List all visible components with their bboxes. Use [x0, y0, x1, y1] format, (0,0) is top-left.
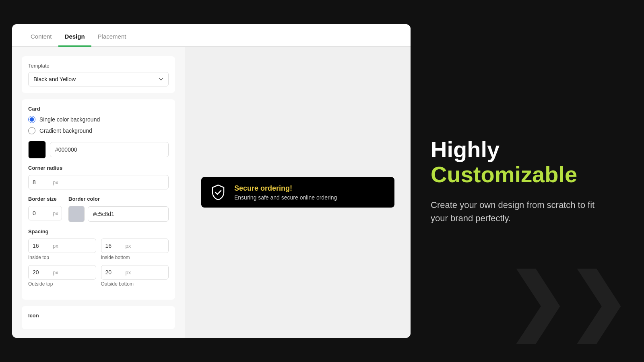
panel-content: Template Black and Yellow Blue and White…	[12, 47, 411, 338]
inside-bottom-item: px Inside bottom	[101, 239, 169, 260]
inside-bottom-label: Inside bottom	[101, 255, 169, 260]
spacing-grid: px Inside top px Inside bottom	[28, 239, 169, 287]
outside-top-input[interactable]	[29, 265, 53, 279]
right-body-text: Create your own design from scratch to f…	[431, 198, 600, 225]
tabs-bar: Content Design Placement	[12, 24, 411, 47]
radio-single-label: Single color background	[39, 116, 100, 123]
bg-color-row	[28, 141, 169, 158]
border-color-label: Border color	[68, 196, 169, 202]
heading-green: Customizable	[431, 162, 624, 187]
main-panel: Content Design Placement Template Black …	[12, 24, 411, 338]
radio-gradient[interactable]: Gradient background	[28, 127, 169, 134]
bg-color-input[interactable]	[50, 142, 169, 157]
right-heading: Highly Customizable	[431, 137, 624, 187]
radio-gradient-label: Gradient background	[39, 128, 92, 134]
spacing-section: Spacing px Inside top px	[28, 228, 169, 287]
right-panel: Highly Customizable Create your own desi…	[411, 0, 644, 362]
border-color-swatch[interactable]	[68, 206, 85, 222]
trust-badge: Secure ordering! Ensuring safe and secur…	[201, 177, 394, 208]
card-section-label: Card	[28, 106, 169, 112]
heading-white: Highly	[431, 137, 624, 162]
border-size-input-group: px	[28, 206, 62, 220]
outside-top-item: px Outside top	[28, 265, 96, 287]
controls-sidebar: Template Black and Yellow Blue and White…	[12, 47, 185, 338]
card-section: Card Single color background Gradient ba…	[22, 99, 175, 300]
corner-radius-input[interactable]	[29, 175, 53, 189]
outside-bottom-input[interactable]	[101, 265, 126, 279]
radio-single-color[interactable]: Single color background	[28, 116, 169, 123]
corner-radius-unit: px	[53, 176, 62, 189]
outside-bottom-item: px Outside bottom	[101, 265, 169, 287]
tab-content[interactable]: Content	[24, 33, 58, 47]
inside-bottom-input[interactable]	[101, 239, 126, 253]
inside-top-input[interactable]	[29, 239, 53, 253]
corner-radius-input-group: px	[28, 175, 169, 189]
corner-radius-label: Corner radius	[28, 165, 169, 171]
border-color-input[interactable]	[88, 206, 169, 222]
border-color-row	[68, 206, 169, 222]
inside-bottom-input-group: px	[101, 239, 169, 253]
border-size-col: Border size px	[28, 196, 62, 220]
inside-top-unit: px	[53, 239, 62, 253]
shield-icon	[209, 183, 227, 201]
corner-radius-row: Corner radius px	[28, 165, 169, 189]
outside-bottom-unit: px	[126, 266, 134, 279]
inside-top-input-group: px	[28, 239, 96, 253]
bg-color-swatch[interactable]	[28, 141, 46, 158]
outside-bottom-label: Outside bottom	[101, 281, 169, 287]
outside-top-input-group: px	[28, 265, 96, 280]
tab-design[interactable]: Design	[58, 33, 91, 47]
spacing-label: Spacing	[28, 228, 169, 234]
tab-placement[interactable]: Placement	[91, 33, 133, 47]
icon-section: Icon	[22, 306, 175, 329]
badge-text-group: Secure ordering! Ensuring safe and secur…	[234, 184, 337, 201]
outside-top-unit: px	[53, 266, 62, 279]
inside-top-label: Inside top	[28, 255, 96, 260]
background-type-group: Single color background Gradient backgro…	[28, 116, 169, 134]
outside-bottom-input-group: px	[101, 265, 169, 280]
inside-top-item: px Inside top	[28, 239, 96, 260]
badge-title: Secure ordering!	[234, 184, 337, 193]
template-section: Template Black and Yellow Blue and White…	[22, 56, 175, 93]
inside-bottom-unit: px	[126, 239, 134, 253]
preview-area: Secure ordering! Ensuring safe and secur…	[185, 47, 411, 338]
border-size-unit: px	[53, 207, 62, 220]
template-label: Template	[28, 63, 169, 69]
template-select[interactable]: Black and Yellow Blue and White Green Th…	[28, 72, 169, 86]
outside-top-label: Outside top	[28, 281, 96, 287]
border-size-label: Border size	[28, 196, 62, 202]
border-row: Border size px Border color	[28, 196, 169, 222]
badge-subtitle: Ensuring safe and secure online ordering	[234, 194, 337, 201]
icon-section-label: Icon	[28, 313, 169, 319]
border-color-col: Border color	[68, 196, 169, 222]
border-size-input[interactable]	[29, 206, 53, 220]
